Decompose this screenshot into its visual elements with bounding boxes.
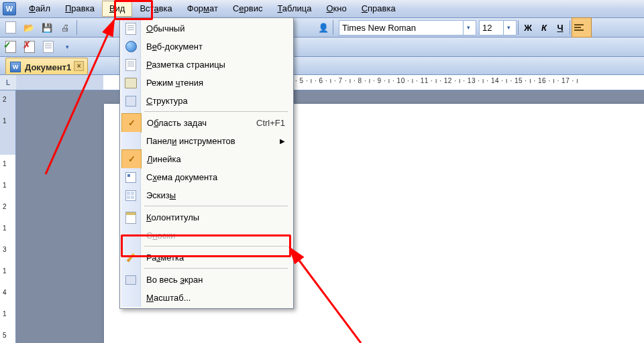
menu-item-label: Линейка — [147, 154, 181, 164]
workspace: L 21112131415 · 5 · ı · 6 · ı · 7 · ı · … — [0, 75, 644, 343]
underline-button[interactable]: Ч — [552, 19, 568, 36]
bold-button[interactable]: Ж — [520, 19, 536, 36]
menu-item-label: Панели инструментов — [146, 136, 235, 146]
menu-item-Обычный[interactable]: Обычный — [121, 19, 292, 38]
doc-tabs: W Документ1 × — [0, 57, 644, 75]
ruler-tick: 1 — [3, 117, 7, 125]
menu-Сервис[interactable]: Сервис — [225, 1, 270, 17]
save-icon[interactable]: 💾 — [39, 19, 55, 36]
horizontal-ruler[interactable]: · 5 · ı · 6 · ı · 7 · ı · 8 · ı · 9 · ı … — [16, 75, 644, 90]
toolbar-standard: 📂 💾 🖨 👤 Times New Roman ▾ 12 ▾ Ж К Ч — [0, 18, 644, 38]
g-full-icon — [125, 275, 136, 285]
g-doc-lines-icon — [125, 59, 136, 71]
toolbar-separator — [333, 20, 333, 35]
ruler-tick: 1 — [3, 224, 7, 232]
toolbar-separator — [570, 20, 570, 35]
g-header-icon — [125, 212, 136, 224]
menu-item-label: Эскизы — [146, 190, 176, 200]
paper-area[interactable] — [16, 90, 644, 343]
menu-shortcut: Ctrl+F1 — [256, 118, 285, 128]
menu-item-label: Схема документа — [146, 172, 217, 182]
font-name-combo[interactable]: Times New Roman ▾ — [339, 20, 476, 36]
permissions-icon[interactable]: 👤 — [315, 19, 331, 36]
g-tree-icon — [125, 172, 136, 183]
doc-tab-active[interactable]: W Документ1 × — [5, 58, 88, 74]
menu-item-label: Во весь экран — [146, 275, 203, 285]
menu-item-label: Обычный — [146, 23, 184, 33]
reviewing-pane-icon[interactable] — [40, 39, 56, 55]
submenu-arrow-icon: ▶ — [280, 137, 285, 145]
menu-item-label: Сноски — [146, 230, 175, 241]
toolbar-reviewing: ▾ — [0, 38, 644, 57]
menu-item-Панели инструментов[interactable]: Панели инструментов▶ — [121, 132, 292, 150]
accept-change-icon[interactable] — [3, 39, 19, 55]
g-book-icon — [125, 78, 137, 88]
menu-item-label: Разметка — [146, 253, 184, 263]
italic-button[interactable]: К — [536, 19, 552, 36]
menu-item-Структура[interactable]: Структура — [121, 92, 292, 110]
menu-item-label: Веб-документ — [146, 42, 203, 52]
print-icon[interactable]: 🖨 — [57, 19, 73, 36]
ruler-tick: 1 — [3, 267, 7, 275]
main-area: · 5 · ı · 6 · ı · 7 · ı · 8 · ı · 9 · ı … — [16, 75, 644, 343]
menu-item-label: Разметка страницы — [146, 60, 225, 70]
g-pencil-icon — [127, 253, 136, 262]
menu-item-Сноски: Сноски — [121, 226, 292, 245]
menu-item-Во весь экран[interactable]: Во весь экран — [121, 271, 292, 289]
menu-Окно[interactable]: Окно — [319, 1, 354, 17]
reviewing-dropdown-icon[interactable]: ▾ — [59, 39, 75, 55]
menu-item-Схема документа[interactable]: Схема документа — [121, 168, 292, 186]
toolbar-separator — [76, 20, 77, 35]
chevron-down-icon[interactable]: ▾ — [503, 21, 513, 35]
align-left-button[interactable] — [572, 17, 592, 38]
menu-item-Область задач[interactable]: ✓Область задачCtrl+F1 — [121, 114, 292, 132]
menu-Файл[interactable]: Файл — [21, 1, 58, 17]
menu-item-Режим чтения[interactable]: Режим чтения — [121, 74, 292, 92]
open-icon[interactable]: 📂 — [21, 19, 37, 36]
menu-item-Разметка страницы[interactable]: Разметка страницы — [121, 56, 292, 74]
font-name-value: Times New Roman — [342, 23, 416, 33]
h-ruler-text: · 5 · ı · 6 · ı · 7 · ı · 8 · ı · 9 · ı … — [295, 77, 643, 84]
menu-Справка[interactable]: Справка — [354, 1, 403, 17]
g-globe-icon — [125, 41, 137, 52]
app-logo-icon: W — [3, 2, 16, 15]
app-window: W ФайлПравкаВидВставкаФорматСервисТаблиц… — [0, 0, 644, 343]
menu-Вставка[interactable]: Вставка — [132, 1, 179, 17]
menu-item-Веб-документ[interactable]: Веб-документ — [121, 38, 292, 56]
reject-change-icon[interactable] — [21, 39, 38, 55]
menu-Правка[interactable]: Правка — [58, 1, 102, 17]
menu-item-Масштаб...[interactable]: Масштаб... — [121, 289, 292, 307]
toolbar-separator — [518, 20, 519, 35]
menubar: W ФайлПравкаВидВставкаФорматСервисТаблиц… — [0, 0, 644, 18]
menu-item-Линейка[interactable]: ✓Линейка — [121, 150, 292, 168]
vertical-ruler[interactable]: 21112131415 — [0, 90, 16, 343]
menu-item-label: Режим чтения — [146, 78, 203, 88]
menu-items-container: ФайлПравкаВидВставкаФорматСервисТаблицаО… — [21, 1, 403, 17]
vertical-ruler-wrap: L 21112131415 — [0, 75, 16, 343]
menu-Таблица[interactable]: Таблица — [270, 1, 319, 17]
menu-item-Колонтитулы[interactable]: Колонтитулы — [121, 208, 292, 226]
ruler-tick: 2 — [3, 96, 7, 103]
ruler-tick: 1 — [3, 310, 7, 318]
ruler-corner[interactable]: L — [0, 75, 17, 90]
g-struct-icon — [125, 96, 136, 107]
font-size-combo[interactable]: 12 ▾ — [479, 20, 517, 36]
close-icon[interactable]: × — [74, 61, 84, 71]
menu-item-label: Масштаб... — [146, 293, 191, 303]
ruler-tick: 4 — [3, 289, 7, 296]
menu-item-Разметка[interactable]: Разметка — [121, 249, 292, 267]
ruler-tick: 3 — [3, 246, 7, 253]
menu-Формат[interactable]: Формат — [180, 1, 225, 17]
ruler-tick: 2 — [3, 203, 7, 210]
word-doc-icon: W — [10, 62, 21, 72]
menu-item-label: Колонтитулы — [146, 212, 199, 222]
check-icon: ✓ — [128, 154, 136, 164]
new-doc-icon[interactable] — [3, 19, 19, 36]
check-icon: ✓ — [128, 118, 136, 128]
menu-item-Эскизы[interactable]: Эскизы — [121, 186, 292, 204]
ruler-tick: 5 — [3, 332, 7, 339]
menu-item-label: Область задач — [147, 118, 207, 128]
menu-Вид[interactable]: Вид — [102, 1, 133, 17]
doc-tab-label: Документ1 — [25, 62, 71, 72]
chevron-down-icon[interactable]: ▾ — [463, 21, 473, 35]
